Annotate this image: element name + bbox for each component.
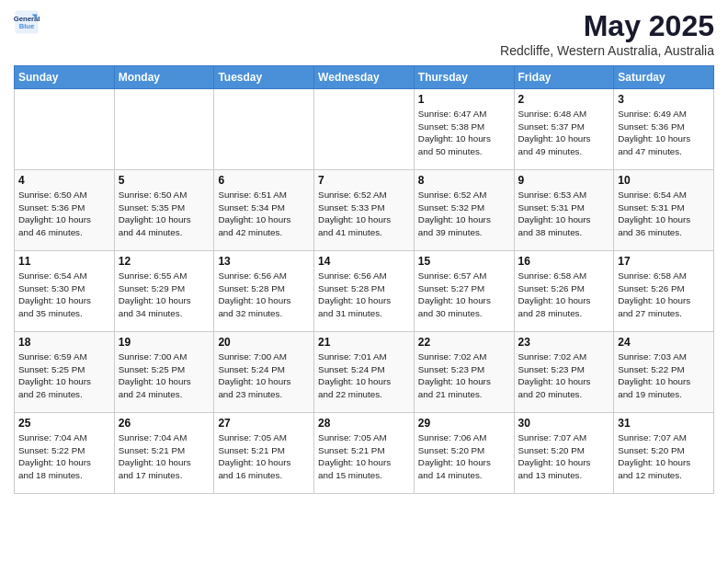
logo: General Blue bbox=[14, 9, 40, 35]
day-number: 28 bbox=[318, 417, 410, 430]
calendar-cell: 30Sunrise: 7:07 AM Sunset: 5:20 PM Dayli… bbox=[514, 413, 614, 494]
calendar-cell: 28Sunrise: 7:05 AM Sunset: 5:21 PM Dayli… bbox=[314, 413, 415, 494]
weekday-header-wednesday: Wednesday bbox=[314, 66, 415, 89]
day-info: Sunrise: 7:00 AM Sunset: 5:25 PM Dayligh… bbox=[119, 350, 210, 401]
day-number: 29 bbox=[418, 417, 510, 430]
location-title: Redcliffe, Western Australia, Australia bbox=[500, 43, 714, 58]
day-number: 5 bbox=[119, 174, 210, 187]
calendar-cell: 25Sunrise: 7:04 AM Sunset: 5:22 PM Dayli… bbox=[15, 413, 115, 494]
day-info: Sunrise: 7:01 AM Sunset: 5:24 PM Dayligh… bbox=[318, 350, 410, 401]
day-number: 25 bbox=[18, 417, 110, 430]
calendar-cell: 19Sunrise: 7:00 AM Sunset: 5:25 PM Dayli… bbox=[114, 332, 214, 413]
day-number: 7 bbox=[318, 174, 410, 187]
weekday-header-sunday: Sunday bbox=[15, 66, 115, 89]
day-info: Sunrise: 6:50 AM Sunset: 5:36 PM Dayligh… bbox=[18, 189, 110, 239]
calendar-cell: 17Sunrise: 6:58 AM Sunset: 5:26 PM Dayli… bbox=[614, 251, 714, 332]
calendar-cell: 23Sunrise: 7:02 AM Sunset: 5:23 PM Dayli… bbox=[514, 332, 614, 413]
day-info: Sunrise: 7:00 AM Sunset: 5:24 PM Dayligh… bbox=[218, 350, 310, 401]
day-number: 6 bbox=[218, 174, 310, 187]
calendar-cell: 29Sunrise: 7:06 AM Sunset: 5:20 PM Dayli… bbox=[414, 413, 514, 494]
day-info: Sunrise: 6:58 AM Sunset: 5:26 PM Dayligh… bbox=[518, 270, 610, 320]
day-number: 24 bbox=[618, 336, 710, 349]
calendar-cell: 13Sunrise: 6:56 AM Sunset: 5:28 PM Dayli… bbox=[214, 251, 314, 332]
day-number: 30 bbox=[518, 417, 610, 430]
day-info: Sunrise: 7:03 AM Sunset: 5:22 PM Dayligh… bbox=[618, 350, 710, 401]
day-info: Sunrise: 6:59 AM Sunset: 5:25 PM Dayligh… bbox=[18, 350, 110, 401]
calendar-table: SundayMondayTuesdayWednesdayThursdayFrid… bbox=[14, 65, 714, 494]
day-number: 15 bbox=[418, 255, 510, 268]
calendar-cell bbox=[114, 89, 214, 170]
calendar-cell: 26Sunrise: 7:04 AM Sunset: 5:21 PM Dayli… bbox=[114, 413, 214, 494]
day-number: 10 bbox=[618, 174, 710, 187]
calendar-cell: 4Sunrise: 6:50 AM Sunset: 5:36 PM Daylig… bbox=[15, 170, 115, 251]
calendar-cell: 9Sunrise: 6:53 AM Sunset: 5:31 PM Daylig… bbox=[514, 170, 614, 251]
week-row-4: 18Sunrise: 6:59 AM Sunset: 5:25 PM Dayli… bbox=[15, 332, 714, 413]
weekday-header-row: SundayMondayTuesdayWednesdayThursdayFrid… bbox=[15, 66, 714, 89]
calendar-cell: 10Sunrise: 6:54 AM Sunset: 5:31 PM Dayli… bbox=[614, 170, 714, 251]
day-info: Sunrise: 6:58 AM Sunset: 5:26 PM Dayligh… bbox=[618, 270, 710, 320]
day-info: Sunrise: 7:02 AM Sunset: 5:23 PM Dayligh… bbox=[418, 350, 510, 401]
calendar-cell: 21Sunrise: 7:01 AM Sunset: 5:24 PM Dayli… bbox=[314, 332, 415, 413]
calendar-cell: 27Sunrise: 7:05 AM Sunset: 5:21 PM Dayli… bbox=[214, 413, 314, 494]
day-info: Sunrise: 7:05 AM Sunset: 5:21 PM Dayligh… bbox=[318, 431, 410, 482]
calendar-cell: 24Sunrise: 7:03 AM Sunset: 5:22 PM Dayli… bbox=[614, 332, 714, 413]
day-info: Sunrise: 6:49 AM Sunset: 5:36 PM Dayligh… bbox=[618, 108, 710, 158]
calendar-cell: 16Sunrise: 6:58 AM Sunset: 5:26 PM Dayli… bbox=[514, 251, 614, 332]
day-info: Sunrise: 6:56 AM Sunset: 5:28 PM Dayligh… bbox=[318, 270, 410, 320]
day-number: 1 bbox=[418, 93, 510, 106]
calendar-cell: 2Sunrise: 6:48 AM Sunset: 5:37 PM Daylig… bbox=[514, 89, 614, 170]
calendar-cell: 18Sunrise: 6:59 AM Sunset: 5:25 PM Dayli… bbox=[15, 332, 115, 413]
week-row-2: 4Sunrise: 6:50 AM Sunset: 5:36 PM Daylig… bbox=[15, 170, 714, 251]
day-info: Sunrise: 6:57 AM Sunset: 5:27 PM Dayligh… bbox=[418, 270, 510, 320]
day-info: Sunrise: 6:55 AM Sunset: 5:29 PM Dayligh… bbox=[119, 270, 210, 320]
day-number: 17 bbox=[618, 255, 710, 268]
day-info: Sunrise: 7:04 AM Sunset: 5:21 PM Dayligh… bbox=[119, 431, 210, 482]
calendar-cell: 11Sunrise: 6:54 AM Sunset: 5:30 PM Dayli… bbox=[15, 251, 115, 332]
day-info: Sunrise: 6:50 AM Sunset: 5:35 PM Dayligh… bbox=[119, 189, 210, 239]
weekday-header-thursday: Thursday bbox=[414, 66, 514, 89]
day-number: 31 bbox=[618, 417, 710, 430]
day-number: 18 bbox=[18, 336, 110, 349]
day-number: 21 bbox=[318, 336, 410, 349]
week-row-1: 1Sunrise: 6:47 AM Sunset: 5:38 PM Daylig… bbox=[15, 89, 714, 170]
logo-icon: General Blue bbox=[14, 9, 40, 35]
calendar-cell bbox=[214, 89, 314, 170]
week-row-5: 25Sunrise: 7:04 AM Sunset: 5:22 PM Dayli… bbox=[15, 413, 714, 494]
day-info: Sunrise: 6:52 AM Sunset: 5:33 PM Dayligh… bbox=[318, 189, 410, 239]
weekday-header-monday: Monday bbox=[114, 66, 214, 89]
day-number: 22 bbox=[418, 336, 510, 349]
weekday-header-friday: Friday bbox=[514, 66, 614, 89]
day-info: Sunrise: 7:04 AM Sunset: 5:22 PM Dayligh… bbox=[18, 431, 110, 482]
day-number: 11 bbox=[18, 255, 110, 268]
day-number: 3 bbox=[618, 93, 710, 106]
day-number: 16 bbox=[518, 255, 610, 268]
calendar-cell: 7Sunrise: 6:52 AM Sunset: 5:33 PM Daylig… bbox=[314, 170, 415, 251]
title-area: May 2025 Redcliffe, Western Australia, A… bbox=[500, 9, 714, 58]
calendar-cell: 3Sunrise: 6:49 AM Sunset: 5:36 PM Daylig… bbox=[614, 89, 714, 170]
day-number: 19 bbox=[119, 336, 210, 349]
day-number: 27 bbox=[218, 417, 310, 430]
day-info: Sunrise: 7:07 AM Sunset: 5:20 PM Dayligh… bbox=[618, 431, 710, 482]
day-number: 26 bbox=[119, 417, 210, 430]
month-title: May 2025 bbox=[500, 9, 714, 43]
day-info: Sunrise: 6:53 AM Sunset: 5:31 PM Dayligh… bbox=[518, 189, 610, 239]
week-row-3: 11Sunrise: 6:54 AM Sunset: 5:30 PM Dayli… bbox=[15, 251, 714, 332]
day-info: Sunrise: 6:47 AM Sunset: 5:38 PM Dayligh… bbox=[418, 108, 510, 158]
day-number: 2 bbox=[518, 93, 610, 106]
calendar-cell: 8Sunrise: 6:52 AM Sunset: 5:32 PM Daylig… bbox=[414, 170, 514, 251]
day-info: Sunrise: 6:48 AM Sunset: 5:37 PM Dayligh… bbox=[518, 108, 610, 158]
day-number: 4 bbox=[18, 174, 110, 187]
day-info: Sunrise: 7:02 AM Sunset: 5:23 PM Dayligh… bbox=[518, 350, 610, 401]
day-number: 20 bbox=[218, 336, 310, 349]
day-info: Sunrise: 6:54 AM Sunset: 5:31 PM Dayligh… bbox=[618, 189, 710, 239]
calendar-cell: 15Sunrise: 6:57 AM Sunset: 5:27 PM Dayli… bbox=[414, 251, 514, 332]
day-info: Sunrise: 6:56 AM Sunset: 5:28 PM Dayligh… bbox=[218, 270, 310, 320]
day-info: Sunrise: 7:07 AM Sunset: 5:20 PM Dayligh… bbox=[518, 431, 610, 482]
svg-text:Blue: Blue bbox=[19, 22, 35, 30]
day-info: Sunrise: 6:54 AM Sunset: 5:30 PM Dayligh… bbox=[18, 270, 110, 320]
calendar-cell: 22Sunrise: 7:02 AM Sunset: 5:23 PM Dayli… bbox=[414, 332, 514, 413]
calendar-cell: 31Sunrise: 7:07 AM Sunset: 5:20 PM Dayli… bbox=[614, 413, 714, 494]
day-number: 8 bbox=[418, 174, 510, 187]
day-number: 13 bbox=[218, 255, 310, 268]
calendar-cell bbox=[15, 89, 115, 170]
